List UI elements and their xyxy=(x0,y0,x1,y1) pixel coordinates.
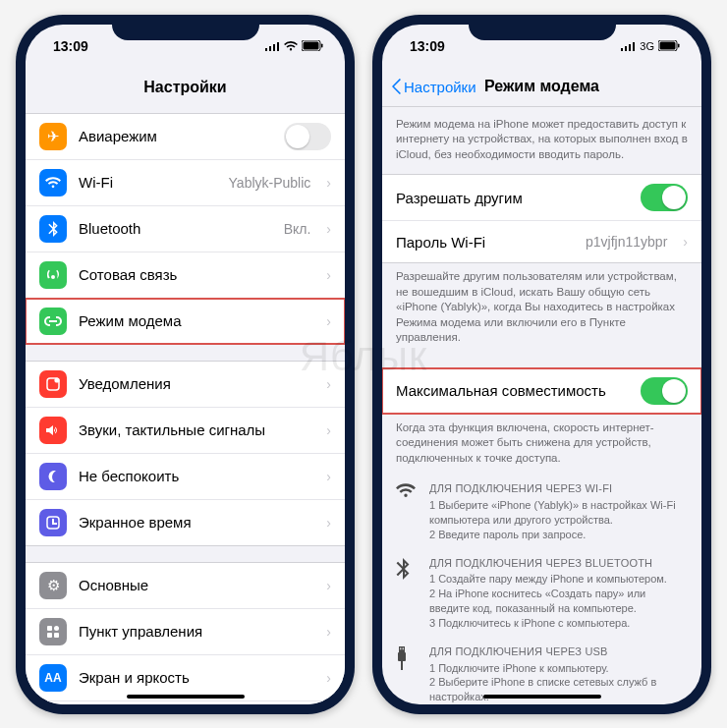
sounds-icon xyxy=(39,417,67,444)
row-cellular[interactable]: Сотовая связь › xyxy=(26,252,345,299)
back-button[interactable]: Настройки xyxy=(392,79,476,95)
row-hotspot[interactable]: Режим модема › xyxy=(26,299,345,344)
chevron-right-icon: › xyxy=(326,578,331,593)
notifications-icon xyxy=(39,370,67,398)
svg-rect-7 xyxy=(54,626,59,631)
back-label: Настройки xyxy=(404,79,476,95)
dnd-icon xyxy=(39,463,67,490)
instruction-step: 1 Подключите iPhone к компьютеру. xyxy=(429,661,688,676)
airplane-icon: ✈︎ xyxy=(39,123,67,150)
instructions-title: ДЛЯ ПОДКЛЮЧЕНИЯ ЧЕРЕЗ USB xyxy=(429,644,688,659)
settings-list[interactable]: ✈︎ Авиарежим Wi-Fi Yablyk-Public › Bluet… xyxy=(26,107,345,704)
instruction-step: 2 На iPhone коснитесь «Создать пару» или… xyxy=(429,587,688,616)
row-general[interactable]: ⚙ Основные › xyxy=(26,563,345,609)
bluetooth-icon xyxy=(39,215,67,243)
svg-rect-31 xyxy=(403,647,404,649)
chevron-right-icon: › xyxy=(326,624,331,640)
row-label: Wi-Fi xyxy=(79,174,217,191)
home-indicator[interactable] xyxy=(483,695,601,699)
row-wifi[interactable]: Wi-Fi Yablyk-Public › xyxy=(26,160,345,206)
row-control-center[interactable]: Пункт управления › xyxy=(26,609,345,655)
chevron-right-icon: › xyxy=(683,234,688,250)
chevron-right-icon: › xyxy=(326,376,331,392)
row-label: Авиарежим xyxy=(79,128,272,144)
row-max-compat[interactable]: Максимальная совместимость xyxy=(382,368,701,414)
phone-right: 13:09 3G Настройки Режим модема Режим мо… xyxy=(372,15,711,714)
row-label: Пароль Wi-Fi xyxy=(396,234,574,251)
screentime-icon xyxy=(39,509,67,536)
row-wifi-password[interactable]: Пароль Wi-Fi p1vjfjn11ybpr › xyxy=(382,221,701,262)
row-label: Максимальная совместимость xyxy=(396,382,629,399)
status-time: 13:09 xyxy=(53,38,88,54)
intro-text: Режим модема на iPhone может предоставит… xyxy=(382,107,701,169)
chevron-right-icon: › xyxy=(326,175,331,191)
chevron-right-icon: › xyxy=(326,515,331,531)
instructions-wifi: ДЛЯ ПОДКЛЮЧЕНИЯ ЧЕРЕЗ WI-FI 1 Выберите «… xyxy=(382,472,701,545)
instructions-title: ДЛЯ ПОДКЛЮЧЕНИЯ ЧЕРЕЗ BLUETOOTH xyxy=(429,556,688,571)
status-indicators: 3G xyxy=(620,40,680,52)
row-bluetooth[interactable]: Bluetooth Вкл. › xyxy=(26,206,345,252)
nav-bar: Настройки Режим модема xyxy=(382,68,701,107)
group-footer: Разрешайте другим пользователям или устр… xyxy=(382,263,701,352)
instructions-bluetooth: ДЛЯ ПОДКЛЮЧЕНИЯ ЧЕРЕЗ BLUETOOTH 1 Создай… xyxy=(382,546,701,635)
row-notifications[interactable]: Уведомления › xyxy=(26,362,345,408)
phone-left: 13:09 Настройки ✈︎ Авиарежим Wi-Fi Y xyxy=(16,15,355,714)
row-screentime[interactable]: Экранное время › xyxy=(26,500,345,545)
row-allow-others[interactable]: Разрешать другим xyxy=(382,175,701,221)
allow-others-toggle[interactable] xyxy=(641,184,688,211)
row-sounds[interactable]: Звуки, тактильные сигналы › xyxy=(26,408,345,454)
svg-point-4 xyxy=(54,377,59,382)
chevron-right-icon: › xyxy=(326,313,331,329)
signal-icon xyxy=(620,41,636,51)
row-label: Bluetooth xyxy=(79,220,272,237)
airplane-toggle[interactable] xyxy=(284,123,331,150)
page-title: Режим модема xyxy=(484,78,599,95)
status-time: 13:09 xyxy=(410,38,445,54)
chevron-right-icon: › xyxy=(326,221,331,237)
usb-icon xyxy=(396,644,418,704)
instruction-step: 3 Подключитесь к iPhone с компьютера. xyxy=(429,616,688,631)
row-label: Уведомления xyxy=(79,375,314,392)
battery-icon xyxy=(658,40,680,51)
group-allow-others: Разрешать другим Пароль Wi-Fi p1vjfjn11y… xyxy=(382,174,701,263)
chevron-left-icon xyxy=(392,79,402,94)
row-homescreen[interactable]: Экран «Домой» › xyxy=(26,701,345,704)
row-label: Не беспокоить xyxy=(79,468,314,484)
chevron-right-icon: › xyxy=(326,422,331,438)
instructions-title: ДЛЯ ПОДКЛЮЧЕНИЯ ЧЕРЕЗ WI-FI xyxy=(429,481,688,496)
hotspot-icon xyxy=(39,308,67,335)
svg-rect-32 xyxy=(398,652,406,661)
row-detail: Yablyk-Public xyxy=(229,175,311,191)
svg-rect-9 xyxy=(54,633,59,638)
hotspot-settings[interactable]: Режим модема на iPhone может предоставит… xyxy=(382,107,701,704)
group-max-compat: Максимальная совместимость xyxy=(382,367,701,415)
status-indicators xyxy=(264,40,323,51)
notch xyxy=(112,15,259,40)
row-dnd[interactable]: Не беспокоить › xyxy=(26,454,345,500)
svg-rect-28 xyxy=(678,44,680,48)
home-indicator[interactable] xyxy=(127,695,245,699)
max-compat-toggle[interactable] xyxy=(641,377,688,405)
instruction-step: 2 Выберите iPhone в списке сетевых служб… xyxy=(429,675,688,703)
notch xyxy=(469,15,616,40)
row-label: Экран и яркость xyxy=(79,669,314,686)
chevron-right-icon: › xyxy=(326,469,331,484)
row-label: Пункт управления xyxy=(79,623,314,640)
instruction-step: 1 Создайте пару между iPhone и компьютер… xyxy=(429,572,688,587)
chevron-right-icon: › xyxy=(326,267,331,283)
bluetooth-icon xyxy=(396,556,418,631)
row-airplane[interactable]: ✈︎ Авиарежим xyxy=(26,114,345,160)
svg-rect-27 xyxy=(660,42,676,50)
chevron-right-icon: › xyxy=(326,670,331,686)
wifi-icon xyxy=(284,41,298,51)
instruction-step: 1 Выберите «iPhone (Yablyk)» в настройка… xyxy=(429,498,688,528)
display-icon: AA xyxy=(39,664,67,692)
svg-rect-33 xyxy=(401,661,403,670)
settings-group-notifications: Уведомления › Звуки, тактильные сигналы … xyxy=(26,361,345,546)
svg-rect-30 xyxy=(400,647,401,649)
settings-group-connectivity: ✈︎ Авиарежим Wi-Fi Yablyk-Public › Bluet… xyxy=(26,113,345,345)
group-footer: Когда эта функция включена, скорость инт… xyxy=(382,415,701,473)
nav-bar: Настройки xyxy=(26,68,345,107)
network-type: 3G xyxy=(640,40,654,52)
svg-rect-29 xyxy=(399,646,405,652)
